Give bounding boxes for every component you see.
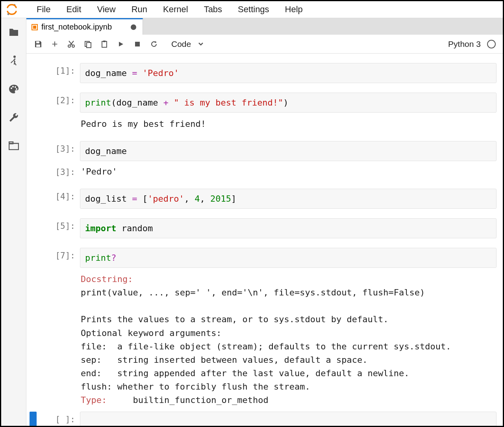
input-prompt: [4]:	[37, 189, 80, 209]
cell-output: Docstring: print(value, ..., sep=' ', en…	[80, 272, 497, 408]
cell-output: Pedro is my best friend!	[80, 117, 497, 132]
input-prompt: [1]:	[37, 63, 80, 83]
folder-icon[interactable]	[8, 27, 19, 38]
svg-rect-10	[33, 26, 36, 29]
svg-point-3	[11, 87, 12, 89]
svg-rect-8	[9, 142, 13, 144]
code-input[interactable]	[80, 412, 497, 426]
cell-output: 'Pedro'	[80, 164, 497, 179]
interrupt-button[interactable]	[130, 37, 145, 51]
kernel-status-icon[interactable]	[487, 40, 496, 48]
svg-rect-11	[36, 41, 39, 43]
wrench-icon[interactable]	[8, 112, 19, 123]
run-button[interactable]	[114, 37, 128, 51]
input-prompt: [3]:	[37, 141, 80, 161]
tabbar: first_notebook.ipynb	[26, 18, 503, 35]
left-sidebar	[1, 18, 26, 426]
svg-rect-12	[36, 45, 40, 47]
add-cell-button[interactable]: +	[48, 37, 62, 51]
code-input[interactable]: dog_name = 'Pedro'	[80, 63, 497, 83]
main-panel: first_notebook.ipynb +	[26, 18, 503, 426]
menu-tabs[interactable]: Tabs	[196, 2, 230, 17]
code-cell[interactable]: [ ]:	[30, 412, 497, 426]
menu-kernel[interactable]: Kernel	[155, 2, 196, 17]
chevron-down-icon	[198, 42, 204, 46]
input-prompt: [7]:	[37, 248, 80, 408]
svg-rect-16	[87, 43, 91, 48]
running-icon[interactable]	[8, 55, 19, 66]
menu-file[interactable]: File	[29, 2, 58, 17]
code-input[interactable]: dog_name	[80, 141, 497, 161]
save-button[interactable]	[31, 37, 45, 51]
copy-button[interactable]	[81, 37, 95, 51]
unsaved-indicator-icon	[131, 24, 136, 30]
notebook-tab[interactable]: first_notebook.ipynb	[26, 18, 143, 35]
output-row: [3]: 'Pedro'	[30, 164, 497, 179]
code-input[interactable]: print(dog_name + " is my best friend!")	[80, 93, 497, 113]
menubar: File Edit View Run Kernel Tabs Settings …	[1, 1, 503, 18]
svg-point-5	[15, 86, 16, 88]
svg-rect-18	[103, 41, 106, 42]
cell-type-select[interactable]: Code	[167, 38, 208, 50]
input-prompt: [2]:	[37, 93, 80, 132]
active-cell-indicator	[30, 412, 37, 426]
palette-icon[interactable]	[8, 84, 19, 95]
code-cell[interactable]: [3]: dog_name	[30, 141, 497, 161]
svg-rect-7	[9, 143, 19, 150]
cut-button[interactable]	[64, 37, 78, 51]
svg-rect-17	[102, 41, 107, 47]
menu-help[interactable]: Help	[277, 2, 311, 17]
code-cell[interactable]: [4]: dog_list = ['pedro', 4, 2015]	[30, 189, 497, 209]
cell-type-label: Code	[171, 39, 191, 49]
code-input[interactable]: print?	[80, 248, 497, 268]
menu-view[interactable]: View	[89, 2, 123, 17]
svg-point-6	[16, 88, 17, 90]
menu-run[interactable]: Run	[124, 2, 155, 17]
notebook-icon	[31, 24, 38, 31]
tab-title: first_notebook.ipynb	[41, 22, 112, 32]
tabs-icon[interactable]	[8, 140, 19, 151]
svg-point-4	[12, 86, 14, 87]
notebook-toolbar: + Code	[26, 35, 503, 54]
code-input[interactable]: dog_list = ['pedro', 4, 2015]	[80, 189, 497, 209]
jupyter-logo-icon	[6, 4, 18, 15]
menu-edit[interactable]: Edit	[58, 2, 89, 17]
code-cell[interactable]: [7]: print? Docstring: print(value, ...,…	[30, 248, 497, 408]
paste-button[interactable]	[97, 37, 111, 51]
kernel-name[interactable]: Python 3	[448, 39, 481, 49]
output-prompt: [3]:	[37, 164, 80, 179]
input-prompt: [5]:	[37, 218, 80, 238]
restart-button[interactable]	[147, 37, 161, 51]
code-cell[interactable]: [1]: dog_name = 'Pedro'	[30, 63, 497, 83]
code-input[interactable]: import random	[80, 218, 497, 238]
svg-rect-19	[135, 42, 140, 46]
menu-settings[interactable]: Settings	[230, 2, 277, 17]
code-cell[interactable]: [2]: print(dog_name + " is my best frien…	[30, 93, 497, 132]
notebook-area[interactable]: [1]: dog_name = 'Pedro' [2]: print(dog_n…	[26, 54, 503, 426]
code-cell[interactable]: [5]: import random	[30, 218, 497, 238]
svg-point-2	[13, 56, 16, 58]
svg-point-1	[7, 13, 9, 15]
input-prompt: [ ]:	[37, 412, 80, 426]
